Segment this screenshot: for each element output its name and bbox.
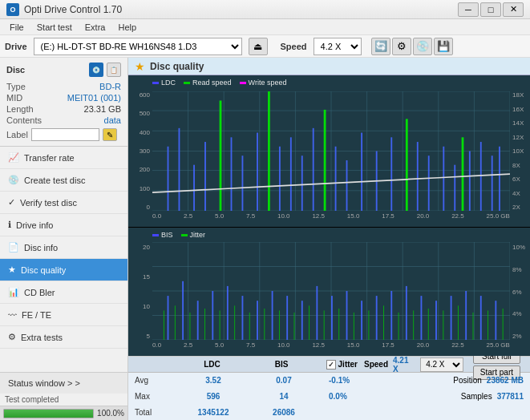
svg-rect-71 [316,286,318,340]
disc-contents-label: Contents [6,115,42,125]
sidebar-item-extra-tests[interactable]: ⚙ Extra tests [0,326,127,349]
x-axis-lower: 0.0 2.5 5.0 7.5 10.0 12.5 15.0 17.5 20.0… [152,340,510,356]
close-button[interactable]: ✕ [503,2,524,17]
legend-write-dot [240,82,246,84]
sidebar-item-verify-test-disc[interactable]: ✓ Verify test disc [0,192,127,214]
svg-rect-97 [354,313,354,340]
settings-button[interactable]: ⚙ [392,38,411,55]
sidebar-item-cd-bler[interactable]: 📊 CD Bler [0,281,127,304]
menu-file[interactable]: File [3,21,30,34]
sidebar-item-transfer-rate[interactable]: 📈 Transfer rate [0,147,127,169]
extra-tests-label: Extra tests [21,333,63,342]
drive-select[interactable]: (E:) HL-DT-ST BD-RE WH16NS48 1.D3 [34,38,242,55]
y-axis-right-upper: 18X 16X 14X 12X 10X 8X 6X 4X 2X [510,91,530,211]
jitter-checkbox[interactable]: ✓ [326,360,336,370]
svg-rect-40 [454,165,455,211]
total-label: Total [135,408,175,417]
menu-extra[interactable]: Extra [79,21,112,34]
svg-rect-18 [179,128,180,211]
drive-info-label: Drive info [16,220,53,230]
svg-rect-63 [197,301,199,340]
svg-rect-75 [376,296,378,340]
svg-rect-30 [324,110,326,211]
svg-rect-96 [338,309,339,340]
drive-info-icon: ℹ [8,220,11,230]
sidebar-item-disc-info[interactable]: 📄 Disc info [0,236,127,259]
disc-info-label: Disc info [24,243,58,252]
svg-rect-93 [294,313,295,340]
svg-rect-67 [257,301,258,340]
svg-rect-85 [175,305,176,340]
disc-label-input[interactable] [31,128,99,141]
sidebar-item-disc-quality[interactable]: ★ Disc quality [0,259,127,281]
disc-quality-icon: ★ [8,265,16,275]
svg-rect-22 [231,137,233,211]
maximize-button[interactable]: □ [480,2,501,17]
status-text: Test completed [0,394,127,406]
svg-rect-86 [189,313,190,340]
sidebar-item-fe-te[interactable]: 〰 FE / TE [0,304,127,326]
svg-rect-90 [249,313,250,340]
verify-test-icon: ✓ [8,197,15,208]
disc-type-label: Type [6,82,26,91]
svg-rect-19 [193,165,195,211]
y-axis-left-upper: 600 500 400 300 200 100 0 [128,91,152,211]
disc-info-icon: 📄 [8,242,19,252]
svg-rect-62 [182,281,184,340]
progress-bar-container: 100.0% [0,406,127,420]
sidebar-item-create-test-disc[interactable]: 💿 Create test disc [0,169,127,192]
content-area: ★ Disc quality LDC Read speed [128,58,530,420]
svg-rect-31 [335,147,337,211]
eject-button[interactable]: ⏏ [249,38,268,55]
stats-right-header: Speed 4.21 X 4.2 X [364,356,463,374]
svg-rect-17 [168,147,169,211]
sidebar-item-drive-info[interactable]: ℹ Drive info [0,214,127,236]
avg-jitter: -0.1% [329,376,350,385]
disc-label-button[interactable]: ✎ [103,128,117,141]
drive-label: Drive [5,42,27,51]
disc-quality-header-title: Disc quality [150,61,204,72]
minimize-button[interactable]: ─ [458,2,479,17]
disc-quality-header-icon: ★ [135,60,145,73]
menu-start-test[interactable]: Start test [30,21,79,34]
create-test-icon: 💿 [8,175,19,185]
fe-te-label: FE / TE [22,310,51,320]
disc-panel-icon2: 📋 [107,63,121,77]
transfer-rate-label: Transfer rate [24,153,75,163]
svg-rect-26 [279,147,281,211]
total-bis: 26086 [252,408,316,417]
status-window-button[interactable]: Status window > > [0,373,127,394]
title-bar-buttons: ─ □ ✕ [458,2,524,17]
svg-rect-92 [279,310,280,340]
speed-label: Speed [281,42,307,51]
speed-header-value: 4.21 X [393,356,415,374]
chart-upper: LDC Read speed Write speed 600 500 [128,75,530,228]
svg-rect-29 [313,128,314,211]
menu-help[interactable]: Help [111,21,143,34]
save-button[interactable]: 💾 [434,38,453,55]
disc-type-value: BD-R [99,82,121,91]
charts-container: LDC Read speed Write speed 600 500 [128,75,530,356]
total-ldc: 1345122 [181,408,245,417]
chart-lower: BIS Jitter 20 15 10 5 10% [128,228,530,356]
progress-text: 100.0% [97,409,124,418]
disc-button[interactable]: 💿 [413,38,432,55]
speed-dropdown[interactable]: 4.2 X [420,357,463,372]
stats-right-position: Position 23862 MB [453,376,524,385]
sidebar-bottom: Status window > > Test completed 100.0% [0,372,127,420]
drive-bar: Drive (E:) HL-DT-ST BD-RE WH16NS48 1.D3 … [0,35,530,58]
svg-rect-101 [413,310,414,340]
svg-rect-42 [469,151,471,212]
disc-mid-value: MEIT01 (001) [67,93,121,103]
svg-rect-36 [406,119,408,211]
disc-length-label: Length [6,104,34,114]
refresh-button[interactable]: 🔄 [371,38,390,55]
svg-rect-104 [458,305,459,340]
stats-total-row: Total 1345122 26086 [128,404,530,420]
main-layout: Disc 💿 📋 Type BD-R MID MEIT01 (001) Leng… [0,58,530,420]
legend-bis-dot [152,234,159,236]
speed-select[interactable]: 4.2 X [314,38,362,55]
samples-label: Samples [461,392,492,401]
svg-rect-45 [499,147,500,211]
svg-rect-82 [480,296,482,340]
